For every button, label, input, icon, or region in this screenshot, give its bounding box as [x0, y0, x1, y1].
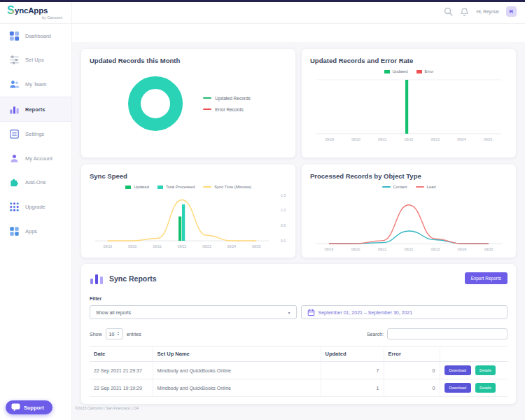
cell-updated: 7 — [321, 362, 384, 379]
search-icon[interactable] — [444, 7, 453, 16]
svg-text:09/19: 09/19 — [326, 137, 335, 141]
details-button[interactable]: Details — [475, 365, 496, 375]
avatar[interactable]: R — [506, 6, 517, 17]
bar-chart: 09/1909/2009/2109/2209/2309/2409/25 — [311, 76, 507, 143]
legend-item: Contact — [382, 185, 407, 189]
sidebar-item-my-team[interactable]: My Team — [0, 72, 71, 97]
legend-label: Error — [425, 69, 434, 74]
sidebar-item-settings[interactable]: Settings — [0, 122, 71, 146]
sidebar-item-add-ons[interactable]: Add-Ons — [0, 171, 71, 195]
card-sync-reports: Sync Reports Export Reports Filter Show … — [81, 264, 516, 404]
sidebar-item-dashboard[interactable]: Dashboard — [0, 24, 71, 48]
chevron-down-icon: ▾ — [288, 310, 290, 315]
svg-text:09/20: 09/20 — [351, 247, 360, 251]
svg-text:09/20: 09/20 — [351, 137, 360, 141]
legend-item: Total Processed — [158, 185, 195, 189]
app-root: S yncApps by Cazoomi Hi, Reymar R — [0, 0, 525, 420]
svg-text:09/22: 09/22 — [178, 244, 187, 248]
user-greeting: Hi, Reymar — [476, 9, 499, 14]
legend-swatch — [203, 186, 211, 188]
export-reports-button[interactable]: Export Reports — [465, 272, 507, 284]
notifications-bell-icon[interactable] — [460, 7, 469, 17]
svg-text:09/23: 09/23 — [430, 137, 440, 141]
reports-icon — [9, 104, 20, 115]
logo-s: S — [7, 4, 15, 15]
svg-text:09/24: 09/24 — [458, 247, 467, 251]
filter-label: Filter — [90, 296, 507, 301]
logo[interactable]: S yncApps by Cazoomi — [0, 0, 72, 24]
legend-label: Updated — [393, 69, 408, 74]
sidebar-item-my-account[interactable]: My Account — [0, 146, 71, 171]
date-range-picker[interactable]: September 01, 2021 – September 30, 2021 — [301, 305, 508, 319]
report-filter-select[interactable]: Show all reports ▾ — [90, 305, 297, 319]
svg-text:09/23: 09/23 — [202, 244, 211, 248]
legend-item: Lead — [416, 185, 436, 189]
donut-legend: Updated Records Error Records — [203, 96, 251, 112]
cell-setup-name: Mindbody and QuickBooks Online — [153, 379, 321, 397]
team-icon — [9, 79, 20, 90]
card-title: Sync Speed — [90, 172, 287, 180]
svg-text:09/24: 09/24 — [457, 137, 466, 141]
bar-chart-legend: Updated Error — [310, 69, 507, 74]
logo-tagline: by Cazoomi — [7, 15, 71, 20]
card-title: Processed Records by Object Type — [310, 172, 507, 180]
svg-text:09/22: 09/22 — [405, 137, 414, 141]
svg-text:09/20: 09/20 — [128, 244, 137, 248]
legend-swatch — [203, 97, 211, 99]
column-header-updated[interactable]: Updated — [321, 346, 384, 362]
svg-text:1.5: 1.5 — [281, 193, 286, 197]
legend-label: Error Records — [215, 107, 243, 112]
column-header-date[interactable]: Date — [90, 346, 153, 362]
svg-text:09/21: 09/21 — [378, 137, 387, 141]
sidebar: Dashboard Set Ups My Team — [0, 24, 72, 420]
content-canvas: Updated Records this Month Updated Recor… — [72, 42, 525, 420]
support-button[interactable]: Support — [6, 400, 52, 414]
cell-setup-name: Mindbody and QuickBooks Online — [153, 362, 321, 379]
sidebar-item-setups[interactable]: Set Ups — [0, 48, 71, 73]
sidebar-item-label: Settings — [25, 131, 44, 137]
cell-date: 22 Sep 2021 19:19:29 — [90, 379, 153, 397]
search-input[interactable] — [387, 328, 507, 340]
legend-swatch — [203, 108, 211, 111]
sidebar-item-reports[interactable]: Reports — [0, 97, 71, 122]
legend-item: Updated — [125, 185, 149, 189]
calendar-icon — [307, 309, 315, 316]
cell-error: 0 — [384, 379, 440, 397]
main-content: Updated Records this Month Updated Recor… — [72, 24, 525, 420]
download-button[interactable]: Download — [444, 365, 471, 375]
sidebar-item-apps[interactable]: Apps — [0, 219, 71, 244]
sidebar-item-upgrade[interactable]: Upgrade — [0, 195, 71, 219]
entries-label: entries — [127, 332, 141, 337]
page-size-select[interactable]: 10 ▲▼ — [106, 328, 123, 340]
svg-text:09/24: 09/24 — [227, 244, 237, 248]
settings-icon — [9, 129, 20, 139]
apps-icon — [9, 226, 20, 237]
topbar-actions: Hi, Reymar R — [444, 6, 525, 17]
upgrade-icon — [9, 202, 20, 212]
line-chart: 09/1909/2009/2109/2209/2309/2409/25 — [310, 191, 507, 253]
sync-reports-icon — [90, 273, 104, 284]
spinner-arrows-icon: ▲▼ — [117, 332, 119, 337]
column-header-error[interactable]: Error — [384, 346, 440, 362]
svg-text:09/19: 09/19 — [325, 247, 334, 251]
legend-swatch — [382, 186, 391, 188]
svg-text:09/25: 09/25 — [252, 244, 261, 248]
legend-label: Contact — [393, 185, 407, 189]
details-button[interactable]: Details — [475, 383, 496, 393]
column-header-setup-name[interactable]: Set Up Name — [153, 346, 321, 362]
legend-label: Total Processed — [166, 185, 195, 189]
legend-item: Error Records — [203, 107, 251, 112]
line-chart-legend: Contact Lead — [310, 185, 507, 189]
report-filter-value: Show all reports — [96, 310, 131, 315]
table-row: 22 Sep 2021 19:19:29 Mindbody and QuickB… — [90, 379, 507, 397]
download-button[interactable]: Download — [444, 383, 471, 393]
card-processed-records-object-type: Processed Records by Object Type Contact… — [302, 164, 516, 258]
footer-copyright: ©2023 Cazoomi | San Francisco | CA — [75, 406, 139, 410]
legend-swatch — [416, 186, 424, 188]
card-updated-records-error-rate: Updated Records and Error Rate Updated E… — [302, 49, 516, 158]
sidebar-item-label: My Team — [25, 81, 46, 88]
legend-item: Updated Records — [203, 96, 251, 101]
support-label: Support — [24, 405, 44, 411]
date-range-value: September 01, 2021 – September 30, 2021 — [318, 310, 413, 315]
legend-label: Sync Time (Minutes) — [214, 185, 251, 189]
